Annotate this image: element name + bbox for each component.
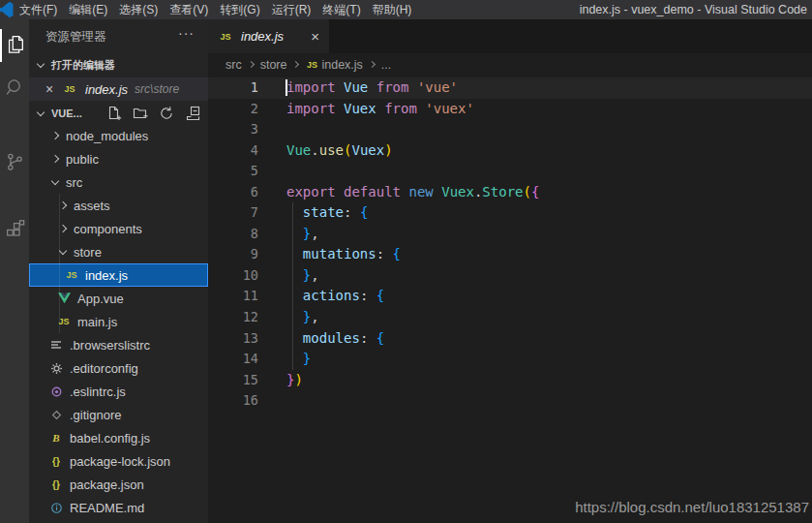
tree-file-babel.config.js[interactable]: Bbabel.config.js bbox=[29, 426, 208, 449]
tree-folder-components[interactable]: components bbox=[29, 217, 208, 240]
vscode-logo-icon bbox=[0, 0, 14, 19]
tree-folder-public[interactable]: public bbox=[29, 147, 208, 170]
breadcrumb-item-src[interactable]: src bbox=[226, 58, 242, 72]
source-control-icon bbox=[4, 151, 25, 176]
chevron-down-icon bbox=[51, 176, 59, 184]
menu-item-edit[interactable]: 编辑(E) bbox=[63, 0, 113, 19]
line-number: 1 bbox=[208, 77, 258, 99]
breadcrumb-item-store[interactable]: store bbox=[260, 58, 287, 72]
tree-file-App.vue[interactable]: App.vue bbox=[29, 287, 208, 310]
tree-file-index.js[interactable]: JSindex.js bbox=[29, 263, 208, 287]
js-icon: JS bbox=[64, 267, 79, 283]
code-line-2[interactable]: 2import Vuex from 'vuex' bbox=[208, 99, 812, 120]
chevron-right-icon bbox=[51, 155, 59, 163]
code-line-1[interactable]: 1import Vue from 'vue' bbox=[208, 77, 812, 99]
chevron-down-icon bbox=[59, 246, 67, 254]
project-name: VUE... bbox=[51, 108, 82, 119]
code-editor[interactable]: 1import Vue from 'vue'2import Vuex from … bbox=[208, 77, 812, 523]
new-file-icon[interactable] bbox=[106, 106, 122, 121]
code-line-12[interactable]: 12 }, bbox=[208, 307, 812, 328]
code-line-3[interactable]: 3 bbox=[208, 119, 812, 140]
extensions-icon bbox=[4, 219, 25, 244]
code-text: import Vuex from 'vuex' bbox=[258, 99, 474, 120]
code-line-14[interactable]: 14 } bbox=[208, 349, 812, 370]
file-tree: node_modulespublicsrcassetscomponentssto… bbox=[29, 124, 208, 519]
project-section-header[interactable]: VUE... bbox=[29, 103, 208, 124]
tree-file-.editorconfig[interactable]: .editorconfig bbox=[29, 356, 208, 380]
sidebar-explorer: 资源管理器 ··· 打开的编辑器 × JS index.js src\store… bbox=[29, 19, 208, 523]
code-line-8[interactable]: 8 }, bbox=[208, 224, 812, 245]
json-icon: {} bbox=[48, 477, 64, 492]
code-line-9[interactable]: 9 mutations: { bbox=[208, 244, 812, 265]
indent-guide bbox=[59, 287, 60, 310]
code-text: mutations: { bbox=[258, 244, 401, 265]
eslint-icon bbox=[48, 384, 64, 399]
code-text bbox=[258, 119, 286, 140]
tree-file-.browserslistrc[interactable]: .browserslistrc bbox=[29, 333, 208, 356]
code-line-13[interactable]: 13 modules: { bbox=[208, 328, 812, 350]
code-text: } bbox=[258, 349, 311, 370]
code-text: }, bbox=[258, 307, 319, 328]
tree-file-.gitignore[interactable]: .gitignore bbox=[29, 403, 208, 426]
menu-item-help[interactable]: 帮助(H) bbox=[367, 0, 418, 19]
code-line-15[interactable]: 15}) bbox=[208, 370, 812, 391]
code-text: state: { bbox=[258, 202, 368, 224]
code-line-4[interactable]: 4Vue.use(Vuex) bbox=[208, 140, 812, 162]
tree-file-package-lock.json[interactable]: {}package-lock.json bbox=[29, 449, 208, 473]
menu-item-selection[interactable]: 选择(S) bbox=[113, 0, 164, 19]
close-icon[interactable]: × bbox=[43, 82, 56, 96]
code-line-11[interactable]: 11 actions: { bbox=[208, 286, 812, 307]
tree-file-.eslintrc.js[interactable]: .eslintrc.js bbox=[29, 380, 208, 403]
tree-item-label: node_modules bbox=[66, 129, 148, 143]
explorer-pane-header: 资源管理器 ··· bbox=[29, 25, 208, 48]
tree-item-label: .gitignore bbox=[70, 408, 121, 422]
tree-file-main.js[interactable]: JSmain.js bbox=[29, 310, 208, 333]
open-editors-section[interactable]: 打开的编辑器 bbox=[29, 54, 208, 76]
chevron-down-icon bbox=[37, 108, 45, 115]
titlebar: 文件(F)编辑(E)选择(S)查看(V)转到(G)运行(R)终端(T)帮助(H)… bbox=[0, 0, 812, 19]
menu-item-run[interactable]: 运行(R) bbox=[266, 0, 317, 19]
activity-explorer[interactable] bbox=[0, 29, 29, 62]
activity-search[interactable] bbox=[0, 73, 29, 106]
line-number: 9 bbox=[208, 244, 258, 265]
tree-folder-assets[interactable]: assets bbox=[29, 194, 208, 217]
chevron-right-icon bbox=[369, 61, 376, 68]
chevron-right-icon bbox=[292, 61, 299, 68]
collapse-all-icon[interactable] bbox=[185, 106, 200, 121]
tree-file-README.md[interactable]: README.md bbox=[29, 496, 208, 519]
code-text: import Vue from 'vue' bbox=[258, 77, 458, 99]
tree-item-label: .eslintrc.js bbox=[70, 385, 126, 399]
tree-folder-node-modules[interactable]: node_modules bbox=[29, 124, 208, 147]
tree-folder-src[interactable]: src bbox=[29, 170, 208, 194]
menu-item-go[interactable]: 转到(G) bbox=[214, 0, 265, 19]
code-line-6[interactable]: 6export default new Vuex.Store({ bbox=[208, 182, 812, 203]
open-editors-header: 打开的编辑器 bbox=[51, 58, 115, 73]
open-editor-item-indexjs[interactable]: × JS index.js src\store bbox=[29, 77, 208, 101]
close-icon[interactable]: × bbox=[309, 28, 321, 45]
code-line-7[interactable]: 7 state: { bbox=[208, 202, 812, 224]
code-line-10[interactable]: 10 }, bbox=[208, 265, 812, 287]
tree-folder-store[interactable]: store bbox=[29, 240, 208, 263]
tree-item-label: package.json bbox=[70, 477, 144, 492]
activity-extensions[interactable] bbox=[0, 215, 29, 248]
line-number: 15 bbox=[208, 370, 258, 391]
breadcrumb-item-index.js[interactable]: JSindex.js bbox=[305, 58, 362, 72]
chevron-right-icon bbox=[59, 201, 67, 209]
activity-source-control[interactable] bbox=[0, 147, 29, 180]
menu-item-terminal[interactable]: 终端(T) bbox=[316, 0, 366, 19]
tab-indexjs[interactable]: JS index.js × bbox=[208, 19, 329, 53]
code-text: export default new Vuex.Store({ bbox=[258, 182, 539, 203]
tree-file-package.json[interactable]: {}package.json bbox=[29, 473, 208, 496]
watermark-url: https://blog.csdn.net/luo1831251387 bbox=[575, 499, 809, 515]
git-icon bbox=[48, 407, 64, 422]
line-number: 7 bbox=[208, 202, 258, 224]
code-line-16[interactable]: 16 bbox=[208, 390, 812, 412]
code-line-5[interactable]: 5 bbox=[208, 161, 812, 182]
breadcrumb-item-...[interactable]: ... bbox=[381, 58, 391, 72]
new-folder-icon[interactable] bbox=[133, 106, 148, 121]
more-actions-icon[interactable]: ··· bbox=[178, 25, 195, 41]
menu-item-view[interactable]: 查看(V) bbox=[164, 0, 214, 19]
js-icon: JS bbox=[305, 58, 318, 72]
refresh-icon[interactable] bbox=[159, 106, 174, 121]
menu-item-file[interactable]: 文件(F) bbox=[14, 0, 63, 19]
